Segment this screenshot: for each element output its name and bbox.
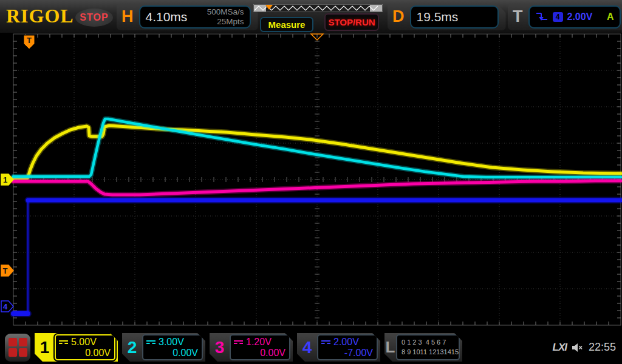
top-bar: RIGOL STOP H 4.10ms 500MSa/s 25Mpts Meas…: [0, 0, 622, 33]
trigger-group[interactable]: T 4 2.00V A: [508, 3, 622, 30]
menu-icon[interactable]: [5, 334, 30, 362]
bottom-bar: 1 5.00V 0.00V 2 3.00V 0.00V 3: [0, 331, 622, 364]
trigger-level-marker[interactable]: T: [1, 265, 13, 276]
channel-4-readout: 2.00V -7.00V: [317, 334, 378, 360]
delay-label: D: [392, 7, 405, 26]
channel-3-number: 3: [210, 333, 230, 362]
channel-2-number: 2: [122, 333, 142, 362]
channel-4-block[interactable]: 4 2.00V -7.00V: [297, 333, 380, 362]
channel-3-scale: 1.20V: [246, 337, 272, 348]
logic-row-1: 0 1 2 3 4 5 6 7: [402, 338, 459, 348]
trigger-source-badge: 4: [553, 12, 563, 22]
trigger-label: T: [513, 7, 523, 26]
logic-channel-list: 0 1 2 3 4 5 6 7 8 9 1011 12131415: [396, 334, 460, 360]
channel-2-offset: 0.00V: [146, 348, 198, 359]
run-state-badge: STOP: [75, 8, 113, 27]
logic-row-2: 8 9 1011 12131415: [402, 348, 459, 357]
svg-text:4: 4: [3, 302, 8, 311]
clock: 22:55: [589, 341, 616, 354]
status-area: LXI 22:55: [553, 341, 617, 354]
rigol-logo: RIGOL: [6, 5, 74, 27]
delay-value: 19.5ms: [417, 10, 459, 24]
logic-label: L: [384, 333, 396, 362]
waveform-CH3: [13, 181, 621, 195]
horizontal-group[interactable]: H 4.10ms 500MSa/s 25Mpts: [117, 3, 258, 30]
dc-coupling-icon: [59, 340, 68, 344]
dc-coupling-icon: [321, 340, 330, 344]
svg-text:T: T: [27, 36, 32, 45]
channel-2-block[interactable]: 2 3.00V 0.00V: [122, 333, 205, 362]
channel-4-scale: 2.00V: [333, 337, 359, 348]
stop-run-button[interactable]: STOP/RUN: [324, 13, 379, 31]
delay-box[interactable]: 19.5ms: [410, 5, 499, 29]
falling-edge-icon: [535, 12, 549, 22]
logic-channels-block[interactable]: L 0 1 2 3 4 5 6 7 8 9 1011 12131415: [384, 333, 462, 362]
channel-4-number: 4: [297, 333, 317, 362]
channel-1-number: 1: [35, 333, 55, 362]
timebase-box[interactable]: 4.10ms 500MSa/s 25Mpts: [139, 5, 251, 29]
channel-3-readout: 1.20V 0.00V: [230, 334, 290, 360]
trigger-position-marker[interactable]: T: [24, 35, 35, 49]
sample-rate: 500MSa/s: [207, 7, 244, 16]
channel-3-offset: 0.00V: [234, 348, 285, 359]
svg-text:T: T: [3, 266, 8, 275]
waveform-graticule: T1T4: [0, 33, 622, 331]
channel-2-scale: 3.00V: [159, 337, 184, 348]
svg-text:1: 1: [3, 175, 7, 184]
horizontal-position-strip[interactable]: [253, 4, 383, 12]
channel-2-readout: 3.00V 0.00V: [142, 334, 203, 360]
memory-depth: 25Mpts: [217, 17, 244, 26]
dc-coupling-icon: [234, 340, 243, 344]
lxi-indicator: LXI: [553, 342, 567, 354]
channel-3-block[interactable]: 3 1.20V 0.00V: [210, 333, 293, 362]
channel-4-offset: -7.00V: [321, 348, 373, 359]
waveform-display-area[interactable]: T1T4: [0, 33, 622, 331]
trigger-box[interactable]: 4 2.00V A: [528, 5, 621, 29]
ch4-position-marker[interactable]: 4: [1, 301, 13, 312]
channel-1-offset: 0.00V: [59, 348, 111, 359]
channel-1-readout: 5.00V 0.00V: [55, 334, 115, 360]
timebase-value: 4.10ms: [146, 10, 188, 24]
horizontal-label: H: [121, 7, 134, 26]
oscilloscope-screen: RIGOL STOP H 4.10ms 500MSa/s 25Mpts Meas…: [0, 0, 622, 364]
measure-button[interactable]: Measure: [260, 17, 313, 32]
trigger-level-value: 2.00V: [567, 12, 593, 22]
delay-group[interactable]: D 19.5ms: [388, 3, 506, 30]
dc-coupling-icon: [146, 340, 156, 344]
channel-1-scale: 5.00V: [71, 337, 97, 348]
trigger-mode: A: [607, 12, 614, 22]
acquisition-info: 500MSa/s 25Mpts: [207, 7, 244, 26]
speaker-muted-icon[interactable]: [572, 343, 584, 352]
channel-1-block[interactable]: 1 5.00V 0.00V: [35, 333, 118, 362]
